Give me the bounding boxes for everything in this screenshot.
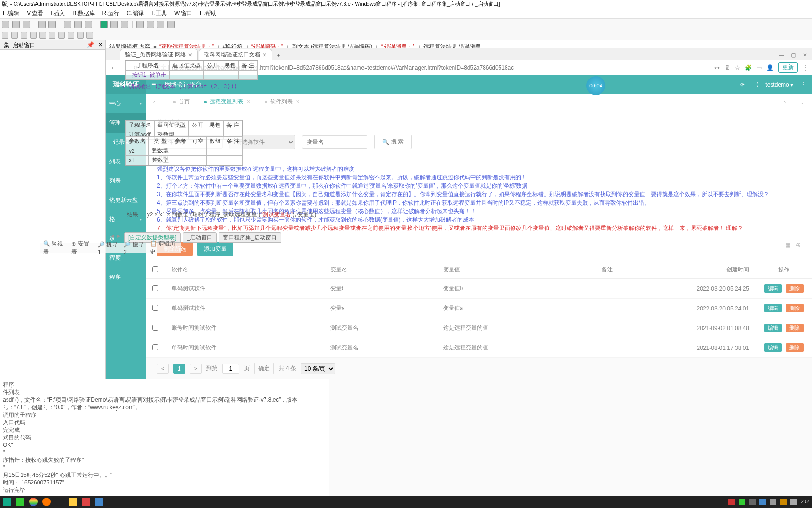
row-checkbox[interactable] [152, 285, 158, 291]
browser-tab-1[interactable]: 验证_免费网络验证 网络 ✕ [120, 49, 198, 60]
star-icon[interactable]: ☆ [735, 64, 740, 71]
step-in-icon[interactable] [136, 21, 144, 28]
tb2-icon[interactable] [2, 32, 8, 39]
taskbar-penguin-icon[interactable] [55, 498, 64, 506]
delete-button[interactable]: 删除 [786, 324, 804, 332]
goto-page-input[interactable] [222, 364, 239, 374]
crumb-home[interactable]: 首页 [173, 98, 190, 106]
tb-copy-icon[interactable] [23, 21, 30, 28]
tb-open-icon[interactable] [2, 21, 9, 28]
new-tab-button[interactable]: ＋ [273, 50, 284, 60]
crumb-forward-icon[interactable]: › [784, 99, 786, 105]
tray-volume-icon[interactable] [790, 499, 797, 505]
crumb-back-icon[interactable]: ‹ [153, 99, 155, 105]
menu-run[interactable]: R.运行 [102, 9, 119, 17]
tray-icon[interactable] [759, 499, 766, 505]
page-1[interactable]: 1 [173, 364, 185, 374]
edit-button[interactable]: 编辑 [764, 324, 782, 332]
close-icon[interactable]: ✕ [262, 52, 267, 58]
tray-icon[interactable] [770, 499, 776, 505]
update-button[interactable]: 更新 [778, 62, 798, 73]
tray-icon[interactable] [739, 499, 745, 505]
export-icon[interactable]: 🖨 [795, 242, 801, 256]
prev-page[interactable]: < [157, 364, 169, 374]
tb2-icon[interactable] [68, 32, 74, 39]
tb2-icon[interactable] [86, 32, 93, 39]
row-checkbox[interactable] [152, 305, 158, 311]
minimize-icon[interactable]: — [779, 52, 784, 58]
fullscreen-icon[interactable]: ⛶ [752, 81, 758, 88]
pause-icon[interactable] [110, 21, 118, 28]
editor-tab-window-set[interactable]: 窗口程序集_启动窗口 [219, 232, 281, 243]
goto-confirm[interactable]: 确定 [254, 363, 274, 374]
browser-tab-2[interactable]: 瑞科网络验证接口文档 ✕ [199, 49, 272, 60]
select-all-checkbox[interactable] [152, 266, 158, 272]
watch-tab[interactable]: 🔍 监视表 [43, 240, 67, 256]
grid-view-icon[interactable]: ▦ [785, 242, 790, 256]
taskbar-app-icon[interactable] [3, 498, 11, 506]
taskbar-folder-icon[interactable] [69, 498, 77, 506]
menu-help[interactable]: H.帮助 [200, 9, 217, 17]
place-tab[interactable]: ⊕ 安置表 [71, 240, 93, 256]
delete-button[interactable]: 删除 [786, 304, 804, 312]
close-icon[interactable]: ✕ [803, 52, 807, 58]
step-over-icon[interactable] [147, 21, 154, 28]
tb-layout1-icon[interactable] [74, 21, 82, 28]
close-icon[interactable]: ✕ [246, 99, 250, 105]
back-icon[interactable]: ← [109, 64, 118, 72]
tray-icon[interactable] [728, 499, 735, 505]
row-checkbox[interactable] [152, 344, 158, 350]
refresh-icon[interactable]: ⟳ [740, 81, 745, 88]
search1-tab[interactable]: 🔎 搜寻1 [98, 241, 119, 255]
tb2-icon[interactable] [39, 32, 46, 39]
crumb-software-list[interactable]: 软件列表✕ [265, 98, 300, 106]
left-tab-close-icon[interactable]: ✕ [96, 40, 105, 49]
tb-layout2-icon[interactable] [85, 21, 92, 28]
menu-database[interactable]: B.数据库 [72, 9, 94, 17]
search-button[interactable]: 🔍 搜 索 [374, 135, 412, 149]
delete-button[interactable]: 删除 [786, 343, 804, 352]
tb2-icon[interactable] [49, 32, 55, 39]
maximize-icon[interactable]: ▢ [791, 52, 796, 58]
menu-insert[interactable]: I.插入 [51, 9, 65, 17]
menu-window[interactable]: W.窗口 [174, 9, 192, 17]
run-icon[interactable] [100, 21, 108, 28]
tb2-icon[interactable] [21, 32, 27, 39]
breakpoint-icon[interactable] [167, 21, 175, 28]
delete-button[interactable]: 删除 [786, 284, 804, 293]
row-checkbox[interactable] [152, 325, 158, 331]
ide-output-panel[interactable]: 程序件列表asdf ()，文件名：“F:\项目\网络验证Demo\易语言\易语言… [0, 379, 329, 496]
search2-tab[interactable]: 🔎 搜寻2 [124, 241, 145, 255]
menu-view[interactable]: V.查看 [27, 9, 43, 17]
var-name-input[interactable] [302, 135, 367, 149]
tb2-icon[interactable] [58, 32, 65, 39]
crumb-remote-var[interactable]: 远程变量列表✕ [204, 98, 250, 106]
tb2-icon[interactable] [77, 32, 84, 39]
left-tab-start[interactable]: 集_启动窗口 [0, 40, 39, 49]
edit-button[interactable]: 编辑 [764, 343, 782, 352]
sidebar-item-center[interactable]: 中心▾ [106, 94, 146, 113]
taskbar-edit-icon[interactable] [95, 498, 103, 506]
stop-icon[interactable] [121, 21, 128, 28]
tb-form-icon[interactable] [64, 21, 71, 28]
close-icon[interactable]: ✕ [188, 52, 193, 58]
tb2-icon[interactable] [30, 32, 37, 39]
left-tab-pin-icon[interactable]: 📌 [85, 40, 96, 49]
sidebar-item-program[interactable]: 程序 [106, 268, 146, 287]
editor-tab-start-window[interactable]: _启动窗口 [183, 232, 217, 243]
tray-clock[interactable]: 202 [801, 499, 809, 505]
tb2-icon[interactable] [11, 32, 18, 39]
tb-save-icon[interactable] [12, 21, 20, 28]
sidebar-item-cloud[interactable]: 热更新云盘 [106, 190, 146, 210]
taskbar-wechat-icon[interactable] [16, 498, 24, 506]
key-icon[interactable]: ⊶ [714, 64, 720, 71]
step-out-icon[interactable] [157, 21, 164, 28]
menu-compile[interactable]: C.编译 [127, 9, 144, 17]
translate-icon[interactable]: 🖹 [725, 64, 730, 71]
tray-icon[interactable] [749, 499, 756, 505]
menu-edit[interactable]: E.编辑 [3, 9, 19, 17]
profile-icon[interactable]: 👤 [766, 64, 773, 71]
extensions-icon[interactable]: 🧩 [745, 64, 752, 71]
taskbar-chrome-icon[interactable] [29, 498, 38, 506]
crumb-dropdown-icon[interactable]: ⌄ [800, 99, 804, 105]
